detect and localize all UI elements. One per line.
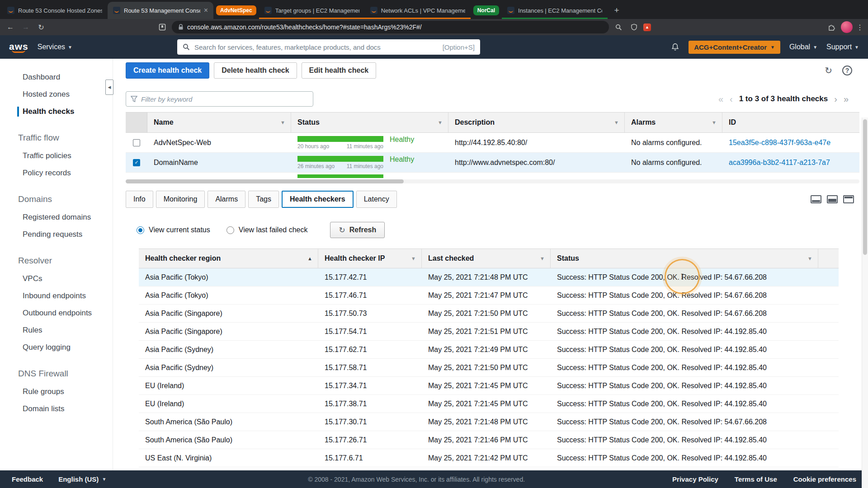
new-tab-button[interactable]: + [610, 4, 623, 17]
column-header-status[interactable]: Status▼ [291, 113, 448, 132]
health-checker-row[interactable]: South America (São Paulo)15.177.26.71May… [139, 431, 839, 449]
browser-tab[interactable]: Instances | EC2 Management Cons [502, 2, 608, 19]
sidebar-item-traffic-policies[interactable]: Traffic policies [0, 147, 113, 164]
column-header-alarms[interactable]: Alarms▼ [625, 113, 722, 132]
sidebar-item-rule-groups[interactable]: Rule groups [0, 383, 113, 400]
layout-list-icon[interactable] [811, 195, 821, 203]
tab-health-checkers[interactable]: Health checkers [282, 191, 354, 208]
health-check-id-link[interactable]: 15ea3f5e-c898-437f-963a-e47e [722, 139, 859, 147]
cookie-preferences-link[interactable]: Cookie preferences [793, 475, 856, 483]
radio-current-label[interactable]: View current status [149, 226, 210, 234]
tab-monitoring[interactable]: Monitoring [156, 191, 205, 208]
next-page-icon[interactable]: › [834, 94, 837, 104]
sidebar-item-registered-domains[interactable]: Registered domains [0, 209, 113, 226]
sidebar-item-policy-records[interactable]: Policy records [0, 164, 113, 182]
forward-icon[interactable]: → [20, 21, 32, 33]
radio-view-current-status[interactable] [137, 226, 144, 234]
health-checker-row[interactable]: Asia Pacific (Sydney)15.177.58.71May 25,… [139, 359, 839, 377]
browser-tab[interactable]: Network ACLs | VPC Management C [365, 2, 471, 19]
bell-icon[interactable] [671, 42, 679, 52]
sidebar-item-domain-lists[interactable]: Domain lists [0, 400, 113, 418]
last-page-icon[interactable]: » [844, 94, 849, 104]
sidebar-item-query-logging[interactable]: Query logging [0, 339, 113, 356]
extensions-puzzle-icon[interactable] [826, 21, 837, 33]
sidebar-item-health-checks[interactable]: Health checks [0, 103, 113, 120]
support-menu[interactable]: Support ▼ [826, 43, 859, 51]
layout-top-icon[interactable] [843, 195, 854, 203]
sidebar-item-inbound-endpoints[interactable]: Inbound endpoints [0, 287, 113, 305]
sort-caret-icon[interactable]: ▼ [614, 120, 619, 125]
tab-tags[interactable]: Tags [248, 191, 279, 208]
radio-failed-label[interactable]: View last failed check [239, 226, 308, 234]
delete-health-check-button[interactable]: Delete health check [214, 62, 297, 79]
column-header-id[interactable]: ID [722, 113, 859, 132]
horizontal-scrollbar-thumb[interactable] [126, 179, 404, 183]
sidebar-item-vpcs[interactable]: VPCs [0, 270, 113, 287]
create-health-check-button[interactable]: Create health check [126, 62, 209, 79]
refresh-button[interactable]: ↻ Refresh [330, 222, 385, 238]
row-checkbox[interactable] [133, 139, 140, 146]
sidebar-item-rules[interactable]: Rules [0, 322, 113, 339]
browser-tab[interactable]: Route 53 Management Console× [108, 2, 213, 19]
radio-view-last-failed[interactable] [226, 226, 234, 234]
filter-box[interactable] [126, 91, 313, 107]
health-checker-row[interactable]: EU (Ireland)15.177.38.71May 25, 2021 7:2… [139, 395, 839, 413]
health-check-row[interactable]: ✓DomainName26 minutes ago11 minutes agoH… [126, 153, 859, 173]
health-check-row[interactable]: AdvNetSpec-Web20 hours ago11 minutes ago… [126, 133, 859, 153]
row-checkbox[interactable]: ✓ [133, 159, 140, 166]
sidebar-collapse-icon[interactable]: ◀ [105, 80, 113, 95]
browser-menu-icon[interactable]: ⋮ [856, 23, 863, 32]
vertical-scrollbar[interactable] [862, 117, 868, 488]
extension-badge-icon[interactable]: ▲ [643, 23, 651, 31]
health-checker-row[interactable]: Asia Pacific (Tokyo)15.177.42.71May 25, … [139, 268, 839, 286]
browser-tab[interactable]: Target groups | EC2 Management C [259, 2, 365, 19]
aws-logo[interactable]: aws [9, 42, 28, 53]
sidebar-item-hosted-zones[interactable]: Hosted zones [0, 86, 113, 103]
bookmark-panel-icon[interactable] [156, 21, 168, 33]
column-header-health-checker-ip[interactable]: Health checker IP▼ [318, 249, 422, 268]
back-icon[interactable]: ← [5, 21, 16, 33]
column-header-health-checker-region[interactable]: Health checker region▲ [139, 249, 318, 268]
filter-input[interactable] [141, 95, 308, 103]
sort-caret-icon[interactable]: ▼ [807, 256, 812, 261]
health-checker-row[interactable]: Asia Pacific (Tokyo)15.177.46.71May 25, … [139, 286, 839, 305]
layout-split-icon[interactable] [827, 195, 838, 203]
first-page-icon[interactable]: « [718, 94, 723, 104]
language-selector[interactable]: English (US) ▼ [58, 475, 106, 483]
health-checker-row[interactable]: South America (São Paulo)15.177.30.71May… [139, 413, 839, 431]
refresh-icon[interactable]: ↻ [825, 65, 832, 76]
browser-tab[interactable]: Route 53 Console Hosted Zones [2, 2, 108, 19]
sort-caret-icon[interactable]: ▼ [280, 120, 285, 125]
tab-latency[interactable]: Latency [356, 191, 397, 208]
region-menu[interactable]: Global ▼ [789, 43, 817, 51]
prev-page-icon[interactable]: ‹ [730, 94, 733, 104]
sort-caret-icon[interactable]: ▼ [712, 120, 717, 125]
vertical-scrollbar-thumb[interactable] [863, 119, 867, 255]
sort-caret-icon[interactable]: ▼ [411, 256, 416, 261]
sidebar-item-outbound-endpoints[interactable]: Outbound endpoints [0, 305, 113, 322]
feedback-link[interactable]: Feedback [12, 475, 43, 483]
select-all-header-cell[interactable] [126, 113, 147, 132]
zoom-icon[interactable] [613, 21, 624, 33]
account-menu[interactable]: ACG+Content+Creator ▼ [689, 41, 780, 54]
tab-group-chip[interactable]: NorCal [473, 5, 499, 15]
health-checker-row[interactable]: Asia Pacific (Singapore)15.177.54.71May … [139, 323, 839, 341]
sort-caret-icon[interactable]: ▲ [307, 256, 312, 261]
health-checker-row[interactable]: EU (Ireland)15.177.34.71May 25, 2021 7:2… [139, 377, 839, 395]
sort-caret-icon[interactable]: ▼ [540, 256, 545, 261]
sidebar-item-dashboard[interactable]: Dashboard [0, 69, 113, 86]
aws-search-bar[interactable]: [Option+S] [177, 39, 480, 55]
url-bar[interactable]: console.aws.amazon.com/route53/healthche… [172, 21, 609, 33]
help-icon[interactable]: ? [842, 66, 852, 75]
terms-of-use-link[interactable]: Terms of Use [735, 475, 777, 483]
edit-health-check-button[interactable]: Edit health check [302, 62, 377, 79]
tab-info[interactable]: Info [126, 191, 153, 208]
services-menu[interactable]: Services ▼ [38, 43, 72, 51]
sort-caret-icon[interactable]: ▼ [438, 120, 443, 125]
privacy-policy-link[interactable]: Privacy Policy [672, 475, 718, 483]
sidebar-item-pending-requests[interactable]: Pending requests [0, 226, 113, 243]
tab-alarms[interactable]: Alarms [208, 191, 245, 208]
health-check-id-link[interactable]: aca3996a-b3b2-4117-a213-7a7 [722, 159, 859, 167]
close-icon[interactable]: × [204, 6, 208, 14]
reload-icon[interactable]: ↻ [35, 21, 47, 33]
